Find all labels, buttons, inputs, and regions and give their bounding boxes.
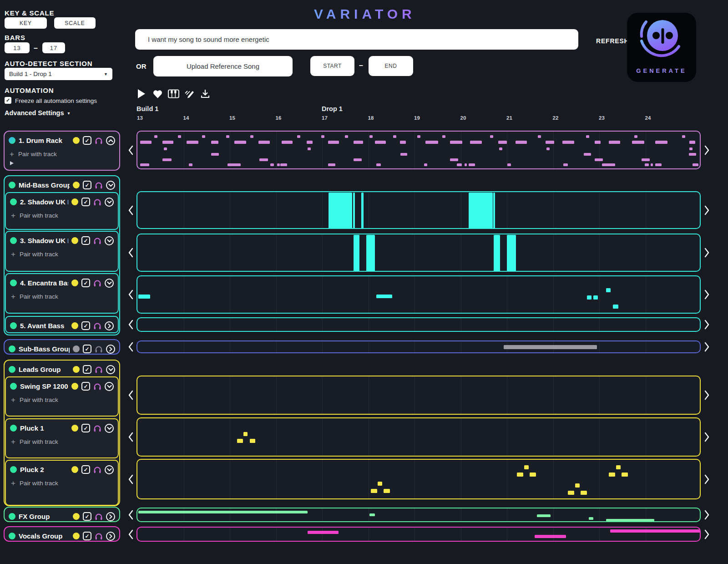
midi-note[interactable] — [400, 153, 407, 156]
track-panel-shadow-uk-bass-2[interactable]: 2. Shadow UK B...✓+Pair with track — [5, 192, 119, 230]
midi-note[interactable] — [140, 141, 152, 144]
track-header-shadow-uk-bass-2[interactable]: 2. Shadow UK B...✓ — [6, 193, 118, 208]
midi-note[interactable] — [499, 147, 502, 150]
midi-note[interactable] — [354, 235, 359, 271]
enable-dot[interactable] — [71, 383, 78, 390]
track-checkbox[interactable]: ✓ — [83, 512, 91, 521]
midi-note[interactable] — [524, 465, 529, 469]
track-checkbox[interactable]: ✓ — [83, 365, 91, 374]
track-header-avant-bass[interactable]: 5. Avant Bass✓ — [6, 317, 118, 331]
midi-note[interactable] — [645, 163, 649, 166]
track-header-fx-group[interactable]: FX Group✓ — [5, 508, 119, 522]
midi-note[interactable] — [602, 163, 615, 166]
chevron-down-icon[interactable] — [106, 181, 115, 190]
headphones-icon[interactable] — [95, 182, 103, 189]
midi-note[interactable] — [211, 153, 219, 156]
track-checkbox[interactable]: ✓ — [81, 382, 90, 391]
midi-note[interactable] — [595, 158, 603, 161]
track-header-pluck-1[interactable]: Pluck 1✓ — [6, 419, 118, 434]
midi-note[interactable] — [616, 465, 621, 469]
midi-note[interactable] — [282, 141, 293, 144]
midi-note[interactable] — [371, 489, 377, 493]
headphones-icon[interactable] — [93, 237, 101, 244]
midi-note[interactable] — [243, 432, 248, 436]
pair-with-track-button[interactable]: +Pair with track — [6, 246, 118, 258]
midi-note[interactable] — [369, 135, 373, 138]
midi-note[interactable] — [189, 163, 192, 166]
midi-note[interactable] — [584, 153, 591, 156]
track-panel-encantra-bass[interactable]: 4. Encantra Bass✓+Pair with track — [5, 273, 119, 314]
pair-with-track-button[interactable]: +Pair with track — [6, 434, 118, 445]
midi-note[interactable] — [280, 163, 287, 166]
midi-note[interactable] — [634, 135, 637, 138]
midi-note[interactable] — [689, 141, 695, 144]
track-panel-avant-bass[interactable]: 5. Avant Bass✓ — [5, 316, 119, 333]
track-checkbox[interactable]: ✓ — [83, 345, 91, 353]
chevron-right-icon[interactable] — [106, 512, 115, 521]
midi-note[interactable] — [250, 135, 253, 138]
headphones-icon[interactable] — [93, 198, 101, 206]
midi-note[interactable] — [507, 235, 516, 271]
midi-note[interactable] — [250, 439, 255, 443]
midi-note[interactable] — [187, 141, 198, 144]
headphones-icon[interactable] — [93, 279, 101, 287]
midi-note[interactable] — [546, 147, 550, 150]
midi-note[interactable] — [162, 141, 173, 144]
midi-note[interactable] — [457, 163, 462, 166]
lane-scroll-right-arrow[interactable] — [703, 510, 710, 520]
midi-note[interactable] — [424, 163, 427, 166]
lane-encantra-bass[interactable] — [136, 275, 701, 314]
midi-note[interactable] — [369, 513, 375, 516]
track-header-vocals-group[interactable]: Vocals Group✓ — [5, 527, 119, 542]
track-panel-shadow-uk-bass-3[interactable]: 3. Shadow UK B...✓+Pair with track — [5, 231, 119, 272]
midi-note[interactable] — [234, 141, 246, 144]
chevron-down-icon[interactable] — [105, 279, 114, 288]
track-header-swing-sp-1200[interactable]: Swing SP 1200...✓ — [6, 377, 118, 392]
midi-note[interactable] — [450, 158, 458, 161]
track-checkbox[interactable]: ✓ — [81, 424, 90, 432]
chevron-down-icon[interactable] — [105, 236, 114, 245]
midi-note[interactable] — [470, 141, 482, 144]
lane-vocals-group[interactable] — [136, 527, 701, 542]
lane-pluck-1[interactable] — [136, 417, 701, 457]
midi-note[interactable] — [277, 163, 280, 166]
midi-note[interactable] — [595, 141, 601, 144]
track-checkbox[interactable]: ✓ — [81, 279, 90, 287]
enable-dot[interactable] — [71, 237, 78, 244]
midi-note[interactable] — [354, 141, 363, 144]
midi-note[interactable] — [610, 529, 700, 533]
midi-note[interactable] — [609, 473, 615, 477]
midi-note[interactable] — [563, 163, 568, 166]
lane-scroll-left-arrow[interactable] — [127, 205, 134, 215]
headphones-icon[interactable] — [93, 322, 101, 330]
lane-pluck-2[interactable] — [136, 459, 701, 499]
chevron-down-icon[interactable] — [105, 465, 114, 474]
midi-note[interactable] — [593, 295, 598, 300]
track-panel-swing-sp-1200[interactable]: Swing SP 1200...✓+Pair with track — [5, 376, 119, 417]
midi-note[interactable] — [237, 439, 243, 443]
enable-dot[interactable] — [73, 513, 80, 520]
midi-note[interactable] — [581, 491, 587, 495]
midi-note[interactable] — [494, 235, 500, 271]
midi-note[interactable] — [450, 141, 462, 144]
midi-note[interactable] — [516, 141, 527, 144]
lane-scroll-right-arrow[interactable] — [703, 390, 710, 400]
track-header-leads-group[interactable]: Leads Group✓ — [5, 361, 119, 375]
track-checkbox[interactable]: ✓ — [81, 236, 90, 245]
track-checkbox[interactable]: ✓ — [81, 321, 90, 330]
enable-dot[interactable] — [71, 322, 78, 329]
midi-note[interactable] — [562, 141, 574, 144]
midi-note[interactable] — [632, 141, 644, 144]
midi-note[interactable] — [258, 141, 270, 144]
midi-note[interactable] — [154, 135, 157, 138]
midi-note[interactable] — [642, 158, 650, 161]
midi-note[interactable] — [535, 535, 566, 538]
midi-note[interactable] — [345, 135, 348, 138]
track-header-drum-rack[interactable]: 1. Drum Rack✓ — [5, 132, 119, 146]
track-checkbox[interactable]: ✓ — [81, 198, 90, 206]
midi-note[interactable] — [361, 193, 364, 229]
midi-note[interactable] — [693, 163, 698, 166]
midi-note[interactable] — [575, 483, 580, 488]
lane-scroll-right-arrow[interactable] — [703, 529, 710, 539]
enable-dot[interactable] — [73, 137, 80, 144]
